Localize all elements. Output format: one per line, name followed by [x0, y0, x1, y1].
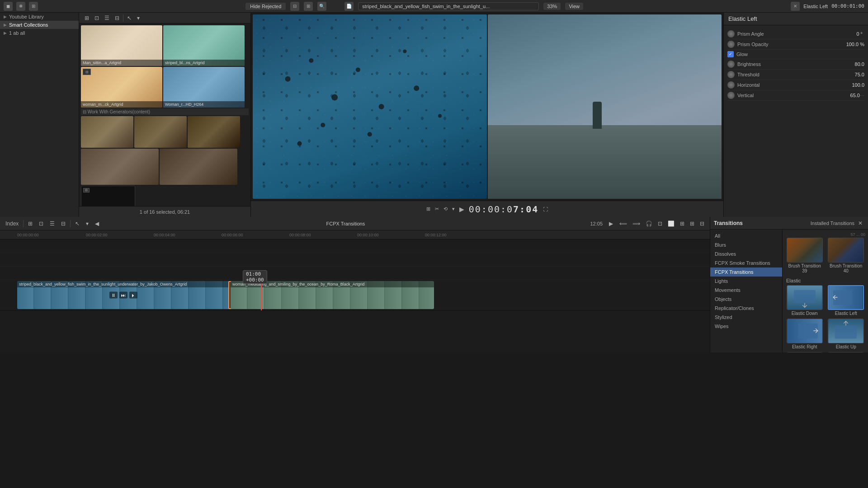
cat-movements[interactable]: Movements — [710, 286, 782, 295]
tl-icon-6[interactable]: ⊞ — [678, 220, 686, 228]
lower-third-thumb[interactable]: ⊟ — [81, 186, 135, 206]
threshold-knob[interactable] — [727, 71, 735, 78]
horizontal-knob[interactable] — [727, 81, 735, 89]
cat-dissolves[interactable]: Dissolves — [710, 249, 782, 258]
glow-checkbox[interactable]: ✓ — [727, 51, 734, 57]
browser-select-btn[interactable]: ↖ — [125, 14, 133, 22]
clip-end-btn[interactable]: ⏭ — [119, 292, 127, 299]
tl-icon-1[interactable]: ⟸ — [618, 220, 629, 228]
media-item-striped-fish[interactable]: striped_bl...ns_Artgrid — [163, 25, 245, 66]
timeline-nav-next[interactable]: ▶ — [607, 220, 615, 228]
arrow-icon-3: ▶ — [4, 31, 7, 35]
media-item-man-sitting[interactable]: Man_sittin...a_Artgrid — [81, 25, 162, 66]
clip-fish[interactable]: striped_black_and_yellow_fish_swim_in_th… — [17, 281, 230, 309]
svg-point-2 — [331, 94, 338, 101]
playhead[interactable]: 01:00 +00:00 — [261, 280, 262, 310]
sidebar-label: Youtube Library — [9, 14, 44, 19]
media-item-woman-r[interactable]: Woman_r...HD_H264 — [163, 67, 245, 108]
transitions-grid: 57 ... 00 Brush Transition 39 Brush Tran… — [783, 230, 868, 352]
cat-lights[interactable]: Lights — [710, 277, 782, 286]
elastic-5-item[interactable] — [785, 352, 824, 352]
gen-thumb-2[interactable] — [134, 116, 187, 148]
clip-info-btn[interactable]: ⏵ — [129, 292, 137, 299]
empty-track-1 — [0, 239, 710, 253]
timeline-tool-btn[interactable]: ↖ — [73, 220, 81, 228]
viewer-dropdown-btn[interactable]: ▾ — [452, 206, 455, 212]
svg-rect-12 — [794, 290, 816, 303]
zoom-button[interactable]: 33% — [543, 3, 561, 10]
cat-fcpx-transitions[interactable]: FCPX Transitions — [710, 267, 782, 277]
cat-fcpx-smoke[interactable]: FCPX Smoke Transitions — [710, 258, 782, 267]
inspector-row-glow: ✓ Glow — [727, 50, 864, 59]
elastic-right-thumb-container — [787, 319, 823, 343]
search-icon[interactable]: 🔍 — [317, 2, 326, 11]
brush-transition-40[interactable]: Brush Transition 40 — [827, 238, 866, 273]
inspector-row-prism-opacity: Prism Opacity 100.0 % — [727, 39, 864, 50]
cat-stylized[interactable]: Stylized — [710, 313, 782, 322]
cat-wipes[interactable]: Wipes — [710, 322, 782, 331]
viewer-crop-btn[interactable]: ✂ — [435, 206, 439, 212]
layout-icon-2[interactable]: ⊞ — [304, 2, 313, 11]
sidebar-item-1ab-all[interactable]: ▶ 1 ab all — [0, 29, 79, 37]
timeline-view-btn-1[interactable]: ⊞ — [26, 220, 34, 228]
gen-thumb-3[interactable] — [188, 116, 240, 148]
timeline-view-btn-2[interactable]: ⊡ — [37, 220, 45, 228]
cat-all[interactable]: All — [710, 231, 782, 240]
cat-blurs[interactable]: Blurs — [710, 240, 782, 249]
viewer-layout-btn[interactable]: ⊞ — [426, 206, 430, 212]
clip-pause-btn[interactable]: ⏸ — [109, 292, 118, 299]
browser-icon-2[interactable]: ⊡ — [93, 14, 101, 22]
timeline-duration: 12:05 — [590, 221, 603, 226]
viewer-speed-btn[interactable]: ⟲ — [443, 206, 448, 212]
person-thumb-2[interactable] — [160, 149, 237, 185]
tl-icon-8[interactable]: ⊟ — [698, 220, 706, 228]
elastic-right-item[interactable]: Elastic Right — [785, 319, 824, 349]
browser-icon-1[interactable]: ⊞ — [83, 14, 91, 22]
timeline-clip-btn[interactable]: ⊟ — [59, 220, 67, 228]
svg-rect-18 — [835, 325, 857, 338]
elastic-6-item[interactable] — [827, 352, 866, 352]
brightness-knob[interactable] — [727, 61, 735, 68]
play-button[interactable]: ▶ — [459, 206, 464, 213]
filename-input[interactable] — [358, 2, 539, 10]
generators-row — [81, 116, 249, 148]
browser-dropdown-btn[interactable]: ▾ — [135, 14, 142, 22]
timeline-dropdown-btn[interactable]: ▾ — [84, 220, 90, 228]
gen-thumb-1[interactable] — [81, 116, 133, 148]
viewer-fullscreen-btn[interactable]: ⛶ — [543, 206, 548, 212]
prism-angle-knob[interactable] — [727, 30, 735, 38]
timeline-nav-prev[interactable]: ◀ — [93, 220, 101, 228]
vertical-more-btn[interactable]: ⋯ — [860, 93, 864, 98]
tl-icon-3[interactable]: 🎧 — [644, 220, 654, 228]
cat-replicator[interactable]: Replicator/Clones — [710, 304, 782, 313]
timeline-view-btn-3[interactable]: ☰ — [48, 220, 57, 228]
sidebar-item-smart-collections[interactable]: ▶ Smart Collections — [0, 21, 79, 29]
view-button[interactable]: View — [565, 3, 583, 10]
browser-icon-3[interactable]: ☰ — [103, 14, 111, 22]
elastic-down-item[interactable]: Elastic Down — [785, 285, 824, 316]
hide-rejected-button[interactable]: Hide Rejected — [245, 3, 286, 10]
sidebar-item-youtube-library[interactable]: ▶ Youtube Library — [0, 13, 79, 21]
elastic-left-item[interactable]: Elastic Left — [827, 285, 866, 316]
brightness-value: 80.0 — [837, 61, 864, 67]
prism-opacity-knob[interactable] — [727, 41, 735, 48]
elastic-row-3 — [785, 352, 865, 352]
tl-icon-5[interactable]: ⬜ — [666, 220, 676, 228]
cat-objects[interactable]: Objects — [710, 295, 782, 304]
timeline-project-label: FCPX Transitions — [105, 221, 585, 226]
layout-icon-1[interactable]: ⊟ — [290, 2, 299, 11]
media-item-woman-mock[interactable]: ⊟ woman_m...ck_Artgrid — [81, 67, 162, 108]
person-thumb-1[interactable] — [81, 149, 159, 185]
transitions-close-btn[interactable]: ✕ — [856, 219, 864, 227]
brush-transition-39[interactable]: Brush Transition 39 — [785, 238, 824, 273]
tl-icon-4[interactable]: ⊡ — [656, 220, 664, 228]
elastic-up-item[interactable]: Elastic Up — [827, 319, 866, 349]
tl-icon-2[interactable]: ⟹ — [631, 220, 642, 228]
clip-controls: ⏸ ⏭ ⏵ — [109, 292, 137, 299]
timeline-index-btn[interactable]: Index — [4, 220, 20, 228]
browser-icon-4[interactable]: ⊟ — [113, 14, 121, 22]
vertical-knob[interactable] — [727, 92, 735, 99]
tl-icon-7[interactable]: ⊞ — [688, 220, 696, 228]
elastic-left-thumb-container — [828, 285, 864, 310]
browser-footer: 1 of 16 selected, 06:21 — [79, 206, 250, 217]
